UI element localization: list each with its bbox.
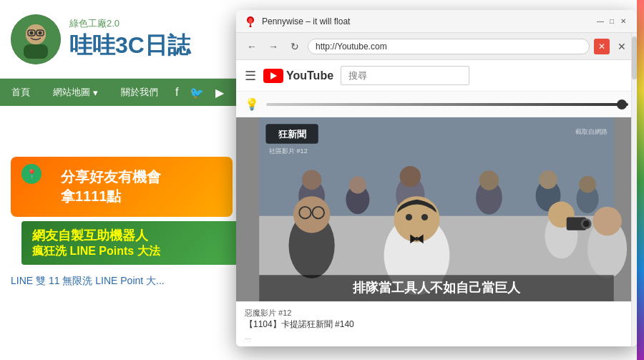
twitter-icon[interactable]: 🐦 <box>184 80 210 105</box>
refresh-button[interactable]: ↻ <box>286 38 303 55</box>
svg-text:狂新聞: 狂新聞 <box>278 129 306 140</box>
article-robot-title: 網友自製互助機器人 <box>32 227 233 244</box>
maximize-button[interactable]: □ <box>607 16 617 26</box>
back-button[interactable]: ← <box>243 38 260 55</box>
blog-promo-banner: 📍 分享好友有機會 拿1111點 <box>11 157 233 217</box>
brightness-slider[interactable] <box>266 103 628 106</box>
nav-item-home[interactable]: 首頁 <box>0 80 42 104</box>
youtube-header: ☰ YouTube <box>236 60 637 92</box>
browser-title-text: Pennywise – it will float <box>262 16 590 26</box>
svg-point-12 <box>250 25 252 27</box>
url-close-button[interactable]: ✕ <box>594 39 610 54</box>
svg-point-5 <box>39 31 42 34</box>
svg-rect-2 <box>24 44 48 59</box>
svg-point-25 <box>539 170 557 189</box>
nav-item-sitemap[interactable]: 網站地圖 ▾ <box>42 80 109 104</box>
svg-point-23 <box>479 170 499 190</box>
video-info: 惡魔影片 #12 【1104】卡提諾狂新聞 #140 ... <box>236 301 637 346</box>
promo-text2: 拿1111點 <box>61 187 218 206</box>
svg-point-41 <box>293 196 330 233</box>
browser-toolbar: ← → ↻ http://Youtube.com ✕ ✕ <box>236 33 637 60</box>
svg-point-32 <box>583 220 590 227</box>
youtube-logo-text: YouTube <box>286 69 333 82</box>
svg-point-3 <box>26 24 46 44</box>
youtube-logo-icon <box>263 69 283 83</box>
browser-extra-close[interactable]: ✕ <box>614 39 630 54</box>
browser-favicon <box>245 16 256 27</box>
svg-text:社區影片 #12: 社區影片 #12 <box>269 147 308 155</box>
svg-point-19 <box>349 177 366 194</box>
svg-point-21 <box>400 166 421 187</box>
browser-titlebar: Pennywise – it will float — □ ✕ <box>236 10 637 33</box>
svg-point-17 <box>302 170 322 190</box>
svg-point-46 <box>592 207 621 235</box>
blog-title-area: 綠色工廠2.0 哇哇3C日誌 <box>69 17 190 62</box>
svg-point-4 <box>30 31 34 34</box>
svg-text:排隊當工具人不如自己當巨人: 排隊當工具人不如自己當巨人 <box>352 280 521 295</box>
facebook-icon[interactable]: f <box>170 80 184 104</box>
window-controls: — □ ✕ <box>595 16 628 26</box>
svg-point-36 <box>421 214 428 220</box>
blog-article-robot-box[interactable]: 網友自製互助機器人 瘋狂洗 LINE Points 大法 <box>21 221 243 265</box>
svg-point-39 <box>415 237 419 241</box>
promo-text1: 分享好友有機會 <box>61 167 218 187</box>
promo-location-icon: 📍 <box>21 164 42 184</box>
browser-scrollbar-thumb[interactable] <box>632 37 637 79</box>
hamburger-icon[interactable]: ☰ <box>245 68 256 84</box>
nav-item-about[interactable]: 關於我們 <box>109 80 170 104</box>
color-strip <box>637 0 644 360</box>
browser-window: Pennywise – it will float — □ ✕ ← → ↻ ht… <box>236 10 637 346</box>
video-more-text: ... <box>245 332 628 341</box>
minimize-button[interactable]: — <box>595 16 605 26</box>
youtube-play-icon <box>270 72 277 79</box>
video-series-label: 惡魔影片 #12 <box>245 308 628 318</box>
svg-point-27 <box>579 176 596 193</box>
svg-point-10 <box>248 18 253 24</box>
blog-title: 哇哇3C日誌 <box>69 30 190 62</box>
article-robot-subtitle: 瘋狂洗 LINE Points 大法 <box>32 244 233 259</box>
svg-text:截取自網路: 截取自網路 <box>575 128 608 135</box>
youtube-logo[interactable]: YouTube <box>263 69 333 83</box>
video-svg: 狂新聞 社區影片 #12 截取自網路 排隊當工具人不如自己當巨人 <box>236 117 637 301</box>
nav-more-icon[interactable]: ▶ <box>210 80 230 105</box>
close-button[interactable]: ✕ <box>618 16 628 26</box>
video-area: 狂新聞 社區影片 #12 截取自網路 排隊當工具人不如自己當巨人 <box>236 117 637 301</box>
brightness-handle[interactable] <box>617 99 627 110</box>
brightness-area: 💡 <box>236 92 637 117</box>
url-bar[interactable]: http://Youtube.com <box>308 39 590 54</box>
brightness-icon: 💡 <box>245 97 259 111</box>
blog-avatar <box>11 14 61 64</box>
blog-subtitle: 綠色工廠2.0 <box>69 17 190 30</box>
forward-button[interactable]: → <box>265 38 282 55</box>
youtube-search-input[interactable] <box>341 66 469 85</box>
browser-scrollbar[interactable] <box>631 33 637 346</box>
video-scene: 狂新聞 社區影片 #12 截取自網路 排隊當工具人不如自己當巨人 <box>236 117 637 301</box>
svg-point-35 <box>406 214 412 220</box>
video-title[interactable]: 【1104】卡提諾狂新聞 #140 <box>245 318 628 331</box>
url-text: http://Youtube.com <box>316 42 387 52</box>
